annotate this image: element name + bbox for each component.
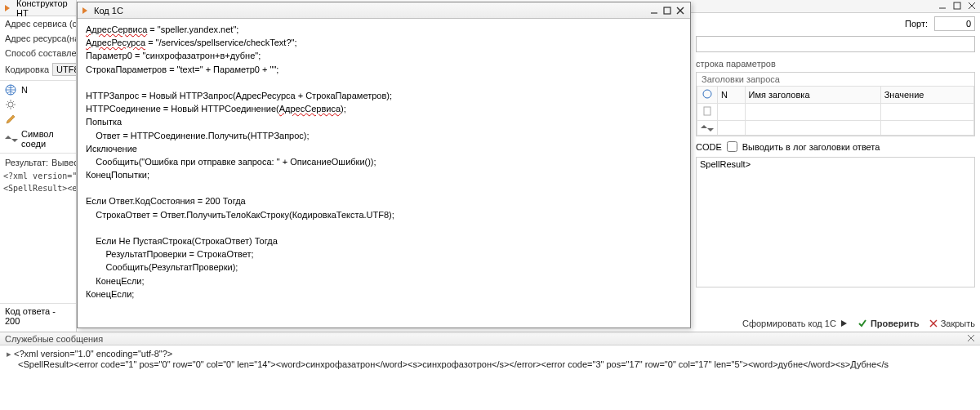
check-icon bbox=[858, 319, 867, 328]
port-input[interactable] bbox=[934, 16, 975, 31]
response-code: Код ответа - 200 bbox=[0, 303, 76, 328]
svg-point-1 bbox=[8, 102, 13, 107]
messages-title: Служебные сообщения bbox=[5, 334, 967, 344]
svg-rect-7 bbox=[704, 107, 710, 115]
th-n: N bbox=[718, 87, 746, 104]
code-editor[interactable]: АдресСервиса = "speller.yandex.net"; Адр… bbox=[78, 19, 690, 328]
xml-preview-2: <SpellResult><error co bbox=[0, 182, 76, 194]
close-icon[interactable] bbox=[965, 0, 978, 11]
collapse-icon[interactable] bbox=[701, 125, 714, 131]
caret-icon bbox=[3, 3, 13, 13]
headers-box: Заголовки запроса N Имя заголовка Значен… bbox=[696, 72, 975, 136]
pencil-icon[interactable] bbox=[5, 114, 16, 125]
th-name: Имя заголовка bbox=[745, 87, 880, 104]
close-icon[interactable] bbox=[674, 5, 687, 16]
close-button[interactable]: Закрыть bbox=[929, 319, 975, 328]
messages-panel: Служебные сообщения <?xml version="1.0" … bbox=[0, 332, 980, 410]
encoding-select[interactable]: UTF8 bbox=[52, 63, 76, 76]
result-label: Результат: bbox=[5, 158, 48, 167]
left-title: Конструктор HT bbox=[16, 0, 73, 18]
gear-icon[interactable] bbox=[5, 99, 16, 110]
sym-conn-label: Символ соеди bbox=[21, 129, 71, 149]
svg-rect-11 bbox=[664, 7, 670, 14]
headers-title: Заголовки запроса bbox=[697, 73, 974, 86]
result-value: Вывес bbox=[51, 158, 76, 167]
code-window: Код 1С АдресСервиса = "speller.yandex.ne… bbox=[77, 2, 691, 328]
message-line: <?xml version="1.0" encoding="utf-8"?> bbox=[7, 349, 973, 359]
left-panel: Конструктор HT Адрес сервиса (с Адрес ре… bbox=[0, 0, 77, 332]
collapse-icon[interactable] bbox=[5, 136, 18, 142]
port-label: Порт: bbox=[905, 19, 928, 29]
caret-icon bbox=[81, 6, 91, 16]
minimize-icon[interactable] bbox=[936, 0, 949, 11]
minimize-icon[interactable] bbox=[648, 5, 661, 16]
resource-input[interactable] bbox=[696, 36, 975, 52]
code-label: CODE bbox=[696, 142, 722, 152]
params-label: строка параметров bbox=[691, 54, 980, 70]
globe-icon bbox=[5, 84, 16, 96]
globe-icon bbox=[702, 88, 713, 100]
addr-resource-label: Адрес ресурса(начина bbox=[0, 31, 76, 46]
message-line: <SpellResult><error code="1" pos="0" row… bbox=[7, 359, 973, 369]
compose-label: Способ составления з bbox=[0, 46, 76, 60]
result-box: SpellResult> bbox=[696, 157, 975, 287]
addr-service-label: Адрес сервиса (с bbox=[0, 16, 76, 31]
svg-point-6 bbox=[703, 90, 711, 98]
maximize-icon[interactable] bbox=[661, 5, 674, 16]
x-icon bbox=[929, 319, 938, 328]
maximize-icon[interactable] bbox=[951, 0, 964, 11]
messages-body: <?xml version="1.0" encoding="utf-8"?> <… bbox=[0, 345, 980, 372]
check-button[interactable]: Проверить bbox=[858, 319, 920, 328]
page-icon bbox=[702, 105, 713, 117]
encoding-label: Кодировка bbox=[5, 65, 49, 74]
xml-preview-1: <?xml version="1.0" er bbox=[0, 170, 76, 182]
code-window-title: Код 1С bbox=[91, 6, 648, 16]
svg-rect-3 bbox=[954, 2, 960, 9]
close-messages-icon[interactable] bbox=[967, 334, 975, 344]
generate-code-button[interactable]: Сформировать код 1С bbox=[742, 319, 848, 328]
log-headers-label: Выводить в лог заголовки ответа bbox=[742, 142, 880, 152]
n-label: N bbox=[21, 85, 28, 95]
log-headers-checkbox[interactable] bbox=[727, 141, 737, 152]
right-panel: Порт: строка параметров Заголовки запрос… bbox=[691, 0, 980, 332]
headers-table[interactable]: N Имя заголовка Значение bbox=[697, 86, 974, 136]
play-icon bbox=[840, 319, 848, 328]
th-value: Значение bbox=[880, 87, 973, 104]
